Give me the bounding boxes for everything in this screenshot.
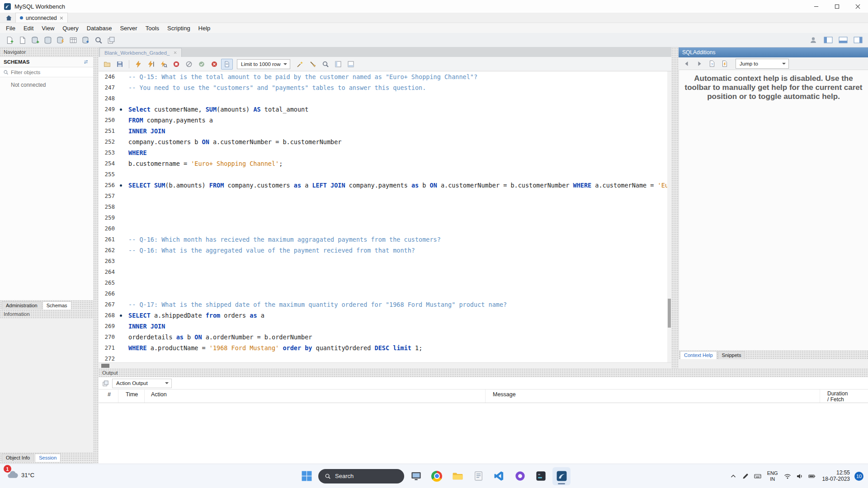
execute-button[interactable] [132, 59, 144, 70]
code-line[interactable]: 264 [99, 267, 671, 277]
tab-object-info[interactable]: Object Info [2, 454, 34, 462]
file-explorer-icon[interactable] [448, 467, 467, 485]
code-line[interactable]: 263 [99, 256, 671, 267]
toggle-stop-on-error-button[interactable] [183, 59, 195, 70]
refresh-schemas-icon[interactable] [83, 59, 90, 65]
editor-tab-close-icon[interactable] [174, 51, 177, 54]
execute-current-statement-button[interactable] [145, 59, 157, 70]
pen-icon[interactable] [740, 469, 751, 484]
code-line[interactable]: 252company.customers b ON a.customerNumb… [99, 136, 671, 147]
open-model-button[interactable] [29, 34, 42, 46]
maximize-button[interactable] [826, 0, 847, 13]
toggle-left-panel-button[interactable] [822, 34, 835, 46]
menu-item-query[interactable]: Query [58, 25, 82, 32]
code-line[interactable]: 256SELECT SUM(b.amounts) FROM company.cu… [99, 180, 671, 191]
scrollbar-thumb[interactable] [668, 299, 671, 328]
editor-right-splitter[interactable] [671, 47, 679, 368]
start-button[interactable] [297, 467, 316, 485]
code-line[interactable]: 269INNER JOIN [99, 321, 671, 332]
output-mode-dropdown[interactable]: Action Output [112, 379, 172, 388]
code-line[interactable]: 253WHERE [99, 147, 671, 158]
code-editor-area[interactable]: 246-- Q-15: What is the total amount to … [99, 71, 671, 362]
editor-vertical-scrollbar[interactable] [667, 71, 671, 362]
tab-snippets[interactable]: Snippets [718, 351, 745, 359]
code-line[interactable]: 261-- Q-16: Which month has recieved the… [99, 234, 671, 245]
column-time[interactable]: Time [118, 389, 145, 403]
tab-administration[interactable]: Administration [2, 301, 42, 310]
server-status-button[interactable] [105, 34, 118, 46]
dark-app-icon[interactable] [532, 467, 550, 485]
code-line[interactable]: 268SELECT a.shippedDate from orders as a [99, 310, 671, 321]
schema-filter-input[interactable] [11, 70, 90, 75]
code-line[interactable]: 251INNER JOIN [99, 126, 671, 136]
code-line[interactable]: 247-- You need to use the "customers" an… [99, 82, 671, 93]
new-query-tab-button[interactable] [4, 34, 16, 46]
tab-schemas[interactable]: Schemas [42, 301, 71, 310]
editor-horizontal-scrollbar[interactable] [99, 362, 671, 368]
chrome-icon[interactable] [428, 467, 446, 485]
minimize-button[interactable] [806, 0, 826, 13]
search-data-button[interactable] [92, 34, 105, 46]
tray-expand-icon[interactable] [727, 469, 739, 484]
rollback-button[interactable] [208, 59, 220, 70]
clean-query-button[interactable] [307, 59, 319, 70]
column-action[interactable]: Action [145, 389, 486, 403]
code-line[interactable]: 255 [99, 169, 671, 180]
code-line[interactable]: 259 [99, 212, 671, 223]
code-line[interactable]: 262-- Q-16: What is the aggregated value… [99, 245, 671, 256]
menu-item-server[interactable]: Server [116, 25, 141, 32]
code-line[interactable]: 270orderdetails as b ON a.orderNumber = … [99, 332, 671, 343]
find-button[interactable] [320, 59, 331, 70]
code-line[interactable]: 267-- Q-17: What is the shipped date of … [99, 299, 671, 310]
manual-context-help-button[interactable]: ? [707, 59, 717, 69]
commit-button[interactable] [196, 59, 208, 70]
new-script-button[interactable] [16, 34, 29, 46]
tab-session[interactable]: Session [35, 454, 61, 462]
account-icon[interactable] [807, 34, 820, 46]
code-line[interactable]: 266 [99, 288, 671, 299]
menu-item-edit[interactable]: Edit [19, 25, 38, 32]
battery-icon[interactable] [806, 469, 818, 484]
language-indicator[interactable]: ENG IN [764, 470, 781, 482]
taskbar-clock[interactable]: 12:55 18-07-2023 [818, 470, 854, 482]
code-line[interactable]: 265 [99, 277, 671, 288]
menu-item-tools[interactable]: Tools [142, 25, 163, 32]
menu-item-view[interactable]: View [38, 25, 58, 32]
menu-item-database[interactable]: Database [83, 25, 116, 32]
autocommit-toggle-button[interactable] [221, 59, 233, 70]
volume-icon[interactable] [794, 469, 806, 484]
wrap-text-button[interactable] [345, 59, 357, 70]
show-invisibles-button[interactable] [332, 59, 344, 70]
menu-item-help[interactable]: Help [194, 25, 215, 32]
task-view-button[interactable] [407, 467, 425, 485]
wifi-icon[interactable] [782, 469, 793, 484]
code-line[interactable]: 272 [99, 353, 671, 362]
tab-unconnected[interactable]: unconnected [15, 13, 68, 23]
beautify-wizard-button[interactable] [294, 59, 306, 70]
column-message[interactable]: Message [486, 389, 820, 403]
data-export-button[interactable] [80, 34, 92, 46]
column-duration-fetch[interactable]: Duration / Fetch [820, 389, 868, 403]
close-button[interactable] [847, 0, 868, 13]
code-line[interactable]: 254b.customername = 'Euro+ Shopping Chan… [99, 158, 671, 169]
notification-center-badge[interactable]: 10 [854, 472, 863, 481]
help-back-button[interactable] [681, 59, 692, 69]
purple-app-icon[interactable] [511, 467, 529, 485]
mysql-workbench-taskbar-icon[interactable] [552, 467, 571, 485]
row-limit-dropdown[interactable]: Limit to 1000 row [237, 59, 290, 69]
scrollbar-thumb[interactable] [101, 364, 109, 368]
code-line[interactable]: 248 [99, 93, 671, 104]
explain-button[interactable] [158, 59, 170, 70]
notepad-icon[interactable] [469, 467, 487, 485]
open-script-button[interactable] [101, 59, 113, 70]
code-line[interactable]: 260 [99, 223, 671, 234]
jump-to-dropdown[interactable]: Jump to [736, 59, 789, 69]
weather-widget[interactable]: 1 31°C [5, 469, 37, 481]
code-line[interactable]: 258 [99, 202, 671, 212]
tab-close-icon[interactable] [60, 16, 63, 20]
vscode-icon[interactable] [490, 467, 508, 485]
query-database-button[interactable] [54, 34, 67, 46]
toggle-right-panel-button[interactable] [852, 34, 864, 46]
home-button[interactable] [2, 13, 15, 23]
sidebar-splitter[interactable] [93, 47, 99, 464]
